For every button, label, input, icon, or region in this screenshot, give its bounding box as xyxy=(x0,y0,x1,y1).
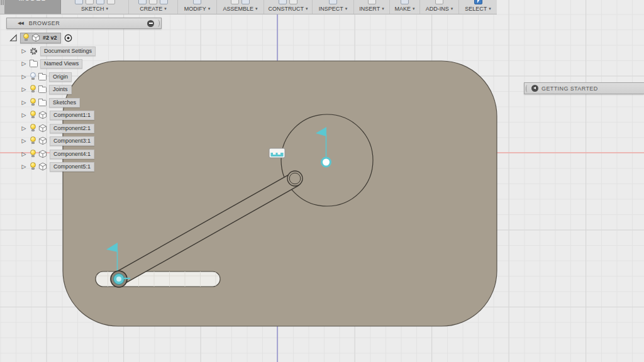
toolbar-group-make[interactable]: MAKE ▾ xyxy=(390,0,420,14)
toolbar-group-modify[interactable]: MODIFY ▾ xyxy=(178,0,217,14)
minimize-panel-icon[interactable] xyxy=(147,20,154,27)
visibility-bulb-icon[interactable] xyxy=(30,150,36,158)
tree-row-root-document[interactable]: #2 v2 xyxy=(9,33,73,43)
toolbar-group-inspect[interactable]: INSPECT ▾ xyxy=(313,0,354,14)
insert-mesh-icon[interactable] xyxy=(368,0,376,4)
measure-icon[interactable] xyxy=(329,0,337,4)
insert-menu[interactable]: INSERT ▾ xyxy=(359,6,384,12)
expand-caret-icon[interactable]: ▷ xyxy=(21,74,27,80)
tree-item-label[interactable]: Joints xyxy=(49,85,72,94)
3d-print-icon[interactable] xyxy=(401,0,409,4)
chevron-down-icon: ▾ xyxy=(255,6,258,11)
expand-caret-icon[interactable]: ▷ xyxy=(21,100,27,106)
sketch-trim-icon[interactable] xyxy=(107,0,115,4)
toolbar-grip[interactable] xyxy=(0,0,4,14)
revolve-icon[interactable] xyxy=(149,0,157,4)
addins-menu[interactable]: ADD-INS ▾ xyxy=(426,6,453,12)
plane-icon[interactable] xyxy=(279,0,287,4)
inspect-menu[interactable]: INSPECT ▾ xyxy=(319,6,348,12)
toolbar-group-sketch[interactable]: SKETCH ▾ xyxy=(61,0,129,14)
activate-component-radio[interactable] xyxy=(64,33,73,43)
tree-row-component2[interactable]: ▷ Component2:1 xyxy=(21,123,94,133)
modify-menu[interactable]: MODIFY ▾ xyxy=(184,6,211,12)
visibility-bulb-icon[interactable] xyxy=(30,136,36,145)
panel-resize-handle[interactable] xyxy=(157,19,160,27)
expand-caret-icon[interactable]: ▷ xyxy=(21,138,27,144)
sketch-icon[interactable] xyxy=(75,0,83,4)
expand-caret-icon[interactable]: ▷ xyxy=(21,164,27,170)
tree-item-label[interactable]: Component3:1 xyxy=(50,136,94,146)
axis-icon[interactable] xyxy=(289,0,297,4)
expand-caret-icon[interactable]: ▷ xyxy=(21,151,27,157)
browser-title: BROWSER xyxy=(29,20,147,26)
root-document-box[interactable]: #2 v2 xyxy=(20,33,61,43)
expand-caret-icon[interactable]: ▷ xyxy=(21,61,27,67)
toolbar-group-addins[interactable]: ADD-INS ▾ xyxy=(420,0,459,14)
slider-joint-icon[interactable] xyxy=(269,148,285,158)
tree-row-joints[interactable]: ▷ Joints xyxy=(21,84,72,94)
visibility-bulb-icon[interactable] xyxy=(30,98,36,107)
visibility-bulb-icon[interactable] xyxy=(23,33,29,42)
getting-started-icon[interactable] xyxy=(531,85,538,92)
expand-caret-icon[interactable]: ▷ xyxy=(21,87,27,92)
browser-header[interactable]: ◀◀ BROWSER xyxy=(6,18,162,29)
construct-menu[interactable]: CONSTRUCT ▾ xyxy=(268,6,308,12)
toolbar-group-assemble[interactable]: ASSEMBLE ▾ xyxy=(217,0,264,14)
toolbar-group-construct[interactable]: CONSTRUCT ▾ xyxy=(264,0,313,14)
chevron-down-icon: ▾ xyxy=(382,6,384,11)
expand-caret-icon[interactable]: ▷ xyxy=(21,48,27,54)
assemble-menu[interactable]: ASSEMBLE ▾ xyxy=(223,6,257,12)
visibility-bulb-icon[interactable] xyxy=(30,124,36,133)
tree-row-named-views[interactable]: ▷ Named Views xyxy=(21,58,82,69)
fillet-icon[interactable] xyxy=(193,0,201,4)
collapse-panel-icon[interactable]: ◀◀ xyxy=(18,21,23,26)
visibility-bulb-icon[interactable] xyxy=(30,85,36,94)
tree-item-label[interactable]: Named Views xyxy=(40,59,82,69)
tree-row-component5[interactable]: ▷ Component5:1 xyxy=(21,162,94,172)
sketch-circle-icon[interactable] xyxy=(96,0,104,4)
visibility-bulb-icon[interactable] xyxy=(30,111,36,119)
chevron-down-icon: ▾ xyxy=(106,6,109,11)
toolbar-group-select[interactable]: SELECT ▾ xyxy=(459,0,497,14)
fusion-app-window: MODEL SKETCH ▾ CREATE ▾ xyxy=(0,0,644,362)
tree-row-component1[interactable]: ▷ Component1:1 xyxy=(21,110,94,120)
inspect-icons xyxy=(313,0,353,4)
gear-icon xyxy=(30,47,38,55)
assembly-icon xyxy=(31,33,40,42)
tree-item-label[interactable]: Sketches xyxy=(49,98,80,107)
toolbar-group-create[interactable]: CREATE ▾ xyxy=(129,0,178,14)
tree-row-component3[interactable]: ▷ Component3:1 xyxy=(21,136,94,146)
sweep-icon[interactable] xyxy=(160,0,168,4)
tree-row-origin[interactable]: ▷ Origin xyxy=(21,72,72,82)
select-cursor-icon[interactable] xyxy=(474,0,482,4)
getting-started-panel[interactable]: GETTING STARTED xyxy=(524,82,644,94)
panel-collapse-handle[interactable] xyxy=(526,85,528,92)
tree-row-document-settings[interactable]: ▷ Document Settings xyxy=(21,46,96,56)
tree-row-sketches[interactable]: ▷ Sketches xyxy=(21,97,80,107)
tree-item-label[interactable]: Origin xyxy=(49,72,72,82)
scripts-addins-icon[interactable] xyxy=(435,0,443,4)
select-menu[interactable]: SELECT ▾ xyxy=(465,6,491,12)
tree-item-label[interactable]: Component1:1 xyxy=(50,111,94,120)
toolbar-group-insert[interactable]: INSERT ▾ xyxy=(354,0,390,14)
workspace-tab-model[interactable]: MODEL xyxy=(4,0,61,14)
chevron-down-icon: ▾ xyxy=(306,6,308,11)
sketch-menu[interactable]: SKETCH ▾ xyxy=(81,6,108,12)
visibility-bulb-icon[interactable] xyxy=(30,162,36,171)
new-component-icon[interactable] xyxy=(231,0,239,4)
make-menu[interactable]: MAKE ▾ xyxy=(394,6,414,12)
tree-item-label[interactable]: Component5:1 xyxy=(50,162,94,172)
folder-icon xyxy=(38,87,47,93)
tree-item-label[interactable]: Document Settings xyxy=(40,47,96,56)
expand-caret-icon[interactable] xyxy=(9,33,18,42)
tree-item-label[interactable]: Component4:1 xyxy=(50,150,94,159)
expand-caret-icon[interactable]: ▷ xyxy=(21,112,27,118)
tree-row-component4[interactable]: ▷ Component4:1 xyxy=(21,149,94,159)
create-menu[interactable]: CREATE ▾ xyxy=(140,6,166,12)
visibility-bulb-off-icon[interactable] xyxy=(30,72,36,81)
tree-item-label[interactable]: Component2:1 xyxy=(50,124,94,133)
joint-icon[interactable] xyxy=(242,0,250,4)
extrude-icon[interactable] xyxy=(138,0,147,4)
expand-caret-icon[interactable]: ▷ xyxy=(21,126,27,131)
sketch-line-icon[interactable] xyxy=(86,0,94,4)
